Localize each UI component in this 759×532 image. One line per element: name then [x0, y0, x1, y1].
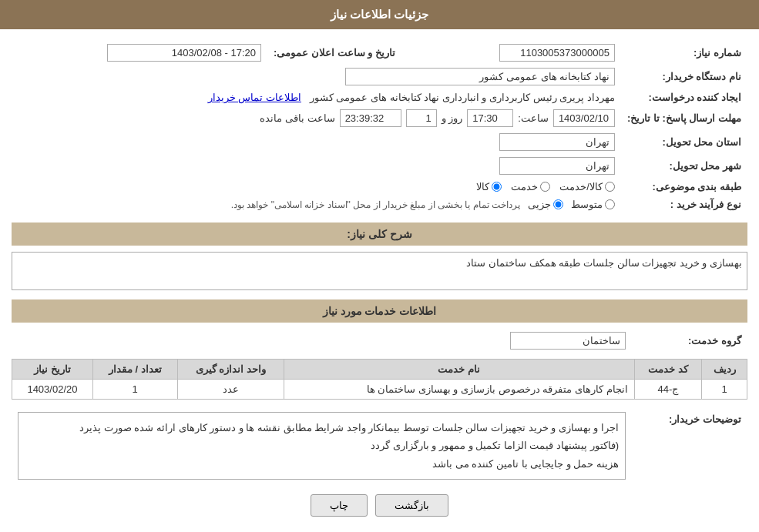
request-number-label: شماره نیاز:	[621, 41, 747, 65]
buyer-notes-box: اجرا و بهسازی و خرید تجهیزات سالن جلسات …	[18, 412, 626, 480]
organization-label: نام دستگاه خریدار:	[621, 65, 747, 89]
col-unit: واحد اندازه گیری	[177, 360, 284, 380]
col-date: تاریخ نیاز	[12, 360, 93, 380]
description-section-title: شرح کلی نیاز:	[12, 223, 747, 246]
service-group-label: گروه خدمت:	[632, 329, 747, 353]
process-juzii[interactable]: جزیی	[528, 199, 563, 210]
col-code: کد خدمت	[634, 360, 702, 380]
category-kala[interactable]: کالا	[476, 181, 502, 192]
announce-value: 1403/02/08 - 17:20	[107, 44, 261, 62]
process-label: نوع فرآیند خرید :	[621, 196, 747, 213]
back-button[interactable]: بازگشت	[375, 494, 448, 517]
col-name: نام خدمت	[284, 360, 634, 380]
city-label: شهر محل تحویل:	[621, 154, 747, 178]
process-mutawaset[interactable]: متوسط	[571, 199, 615, 210]
table-row: 1 ج-44 انجام کارهای متفرقه درخصوص بازساز…	[12, 380, 747, 400]
deadline-label: مهلت ارسال پاسخ: تا تاریخ:	[621, 106, 747, 130]
category-kala-khidmat[interactable]: کالا/خدمت	[559, 181, 615, 192]
print-button[interactable]: چاپ	[311, 494, 368, 517]
col-row: ردیف	[702, 360, 747, 380]
request-number-value: 1103005373000005	[499, 44, 615, 62]
description-value: بهسازی و خرید تجهیزات سالن جلسات طبقه هم…	[12, 252, 747, 290]
city-value: تهران	[499, 157, 615, 175]
deadline-time-label: ساعت:	[518, 112, 549, 124]
col-quantity: تعداد / مقدار	[92, 360, 177, 380]
creator-link[interactable]: اطلاعات تماس خریدار	[208, 92, 301, 103]
deadline-time: 17:30	[467, 109, 513, 127]
services-section-title: اطلاعات خدمات مورد نیاز	[12, 299, 747, 323]
category-label: طبقه بندی موضوعی:	[621, 178, 747, 196]
creator-label: ایجاد کننده درخواست:	[621, 89, 747, 106]
deadline-days: 1	[406, 109, 437, 127]
deadline-remaining-label: ساعت باقی مانده	[260, 112, 334, 124]
deadline-days-label: روز و	[442, 112, 463, 124]
province-value: تهران	[499, 133, 615, 151]
process-note: پرداخت تمام یا بخشی از مبلغ خریدار از مح…	[231, 199, 520, 210]
deadline-remaining: 23:39:32	[340, 109, 401, 127]
province-label: استان محل تحویل:	[621, 130, 747, 154]
deadline-date: 1403/02/10	[553, 109, 615, 127]
button-row: بازگشت چاپ	[12, 494, 747, 517]
creator-value: مهرداد پریری رئیس کاربرداری و انبارداری …	[310, 92, 615, 103]
services-table: ردیف کد خدمت نام خدمت واحد اندازه گیری ت…	[12, 359, 747, 400]
service-group-value: ساختمان	[510, 332, 626, 350]
page-header: جزئیات اطلاعات نیاز	[0, 0, 759, 29]
announce-label: تاریخ و ساعت اعلان عمومی:	[267, 41, 401, 65]
organization-value: نهاد کتابخانه های عمومی کشور	[345, 68, 615, 85]
buyer-notes-label: توضیحات خریدار:	[632, 409, 747, 483]
category-khidmat[interactable]: خدمت	[511, 181, 550, 192]
